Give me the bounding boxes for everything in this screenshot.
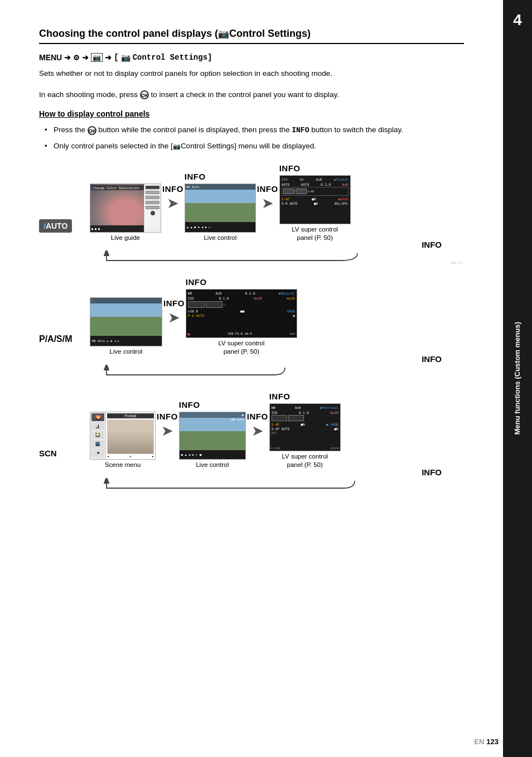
scn-arrow-2: INFO ➤ bbox=[246, 412, 269, 469]
iauto-back-info: INFO bbox=[422, 240, 442, 249]
bullet-item-2: Only control panels selected in the [📷Co… bbox=[45, 140, 464, 152]
nav-settings-text: Control Settings] bbox=[133, 53, 212, 62]
scn-panel-lv-super: INFO WBA±0▶Portrait ISO0.1.0⊞±10 bbox=[269, 392, 341, 469]
iauto-label-col: iAUTO bbox=[39, 163, 81, 233]
pasm-label: P/A/S/M bbox=[39, 334, 81, 344]
main-content: Choosing the control panel displays (📷Co… bbox=[22, 17, 481, 516]
scn-back-arrow: INFO bbox=[101, 467, 442, 491]
iauto-panel-live-ctrl: INFO WB Auto ▲ ▲ ● ◆ ◀ ▶ ▷ bbox=[185, 172, 256, 242]
lv-super-screen-iauto: ISOWBA±0▶Finish AUTOAUTO0.1.0⊞±0 bbox=[279, 175, 351, 224]
info-label-3: INFO bbox=[257, 184, 278, 194]
pasm-live-ctrl-screen: P WB Auto ▲ ● ◀ ▶ bbox=[90, 297, 162, 346]
iauto-panels-row: Change Color Saturation bbox=[90, 163, 464, 242]
scene-menu-screen: 🌄 🏞 🎑 🌃 ★ Portrait bbox=[90, 412, 156, 460]
scn-lv-super-screen: WBA±0▶Portrait ISO0.1.0⊞±10 bbox=[269, 403, 341, 451]
scn-back-info: INFO bbox=[422, 467, 442, 477]
scn-lv-super-caption: LV super controlpanel (P. 50) bbox=[282, 452, 328, 469]
iauto-mode-block: iAUTO Change Color Saturatio bbox=[39, 163, 464, 267]
iauto-panel-live-guide: Change Color Saturation bbox=[90, 171, 161, 242]
scn-panel-scene-menu: 🌄 🏞 🎑 🌃 ★ Portrait bbox=[90, 399, 156, 469]
sidebar: 4 Menu functions (Custom menus) bbox=[503, 0, 532, 757]
page-container: 4 Menu functions (Custom menus) Choosing… bbox=[0, 0, 532, 757]
scn-panel-live-ctrl: INFO 🔲 WB Auto ● ▲ ◀ ▶ ▷ ■ bbox=[179, 400, 246, 469]
en-label: EN bbox=[474, 737, 484, 746]
iauto-arrow-1: INFO ➤ bbox=[161, 184, 185, 242]
scn-info-label-1: INFO bbox=[157, 412, 178, 421]
pasm-flow-col: P WB Auto ▲ ● ◀ ▶ Live control bbox=[90, 277, 464, 380]
page-title-end: Control Settings) bbox=[229, 28, 311, 39]
bullet-list: Press the OK button while the control pa… bbox=[39, 124, 464, 152]
scn-flow-col: 🌄 🏞 🎑 🌃 ★ Portrait bbox=[90, 392, 464, 494]
nav-bracket-settings: [ bbox=[114, 53, 118, 62]
chapter-number: 4 bbox=[503, 11, 532, 29]
info-label-1: INFO bbox=[162, 184, 183, 194]
pasm-live-ctrl-sim: P WB Auto ▲ ● ◀ ▶ bbox=[90, 298, 162, 346]
subsection-title: How to display control panels bbox=[39, 109, 464, 118]
scn-curved-arrow bbox=[101, 478, 442, 491]
page-number-area: EN123 bbox=[474, 737, 499, 746]
bullet-item-1: Press the OK button while the control pa… bbox=[45, 124, 464, 137]
nav-wrench-icon: ⚙ bbox=[73, 54, 80, 62]
info-label-4: INFO bbox=[279, 163, 301, 173]
pasm-panel-live-ctrl: P WB Auto ▲ ● ◀ ▶ Live control bbox=[90, 285, 162, 356]
iauto-back-arrow: INFO bbox=[101, 240, 442, 264]
pasm-lv-super-screen: WBA±00.1.0▶Natural ISO0.1.0⊞±10⊞±10 □ bbox=[186, 289, 297, 338]
pasm-back-info: INFO bbox=[422, 354, 442, 364]
pasm-panel-lv-super: INFO WBA±00.1.0▶Natural ISO0.1.0⊞±10⊞±10 bbox=[186, 277, 297, 356]
iauto-flow-col: Change Color Saturation bbox=[90, 163, 464, 267]
nav-arrow-3: ➜ bbox=[105, 53, 112, 62]
nav-arrow-2: ➜ bbox=[82, 53, 89, 62]
scn-info-label-3: INFO bbox=[247, 412, 268, 421]
page-title-text: Choosing the control panel displays ( bbox=[39, 28, 218, 39]
menu-label: MENU bbox=[39, 53, 62, 62]
description-text-1: Sets whether or not to display control p… bbox=[39, 67, 464, 80]
iauto-panel-lv-super: INFO ISOWBA±0▶Finish AUTOAUTO0.1.0⊞±0 bbox=[279, 163, 351, 242]
scn-info-label-2: INFO bbox=[179, 400, 200, 409]
scn-panels-row: 🌄 🏞 🎑 🌃 ★ Portrait bbox=[90, 392, 464, 469]
live-control-screen-iauto: WB Auto ▲ ▲ ● ◆ ◀ ▶ ▷ bbox=[185, 184, 256, 233]
live-ctrl-sim: WB Auto ▲ ▲ ● ◆ ◀ ▶ ▷ bbox=[185, 184, 255, 232]
pasm-arrow-1: INFO ➤ bbox=[162, 298, 186, 356]
nav-icon-2: 📷 bbox=[91, 53, 103, 62]
pasm-panels-row: P WB Auto ▲ ● ◀ ▶ Live control bbox=[90, 277, 464, 356]
menu-nav: MENU ➜ ⚙ ➜ 📷 ➜ [📷Control Settings] bbox=[39, 53, 464, 62]
pasm-mode-block: P/A/S/M P bbox=[39, 277, 464, 380]
pasm-label-col: P/A/S/M bbox=[39, 277, 81, 344]
pasm-info-label-2: INFO bbox=[186, 277, 207, 287]
page-title: Choosing the control panel displays (📷Co… bbox=[39, 28, 464, 44]
lv-super-caption-iauto: LV super controlpanel (P. 50) bbox=[292, 225, 338, 242]
scn-label: SCN bbox=[39, 449, 81, 458]
scn-live-ctrl-screen: 🔲 WB Auto ● ▲ ◀ ▶ ▷ ■ bbox=[179, 412, 246, 460]
live-guide-sim: Change Color Saturation bbox=[90, 184, 161, 232]
pasm-lv-super-caption: LV super controlpanel (P. 50) bbox=[218, 339, 264, 356]
info-label-2: INFO bbox=[185, 172, 206, 181]
description-text-2: In each shooting mode, press OK to inser… bbox=[39, 89, 464, 101]
page-number: 123 bbox=[486, 737, 499, 746]
scn-mode-block: SCN 🌄 🏞 bbox=[39, 392, 464, 494]
scn-label-col: SCN bbox=[39, 392, 81, 458]
nav-camera-icon: 📷 bbox=[121, 53, 130, 62]
scn-info-label-4: INFO bbox=[269, 392, 291, 401]
scn-live-ctrl-sim: 🔲 WB Auto ● ▲ ◀ ▶ ▷ ■ bbox=[180, 412, 245, 459]
iauto-badge: iAUTO bbox=[39, 219, 72, 233]
pasm-back-arrow: INFO bbox=[101, 354, 442, 378]
nav-arrow-1: ➜ bbox=[64, 53, 71, 62]
iauto-arrow-2: INFO ➤ bbox=[256, 184, 279, 242]
pasm-curved-arrow bbox=[101, 365, 442, 378]
iauto-curved-arrow bbox=[101, 250, 442, 264]
camera-icon-title: 📷 bbox=[218, 29, 229, 38]
sidebar-text: Menu functions (Custom menus) bbox=[512, 322, 523, 435]
live-guide-screen: Change Color Saturation bbox=[90, 184, 161, 233]
pasm-info-label-1: INFO bbox=[163, 298, 185, 308]
scn-arrow-1: INFO ➤ bbox=[156, 412, 179, 469]
